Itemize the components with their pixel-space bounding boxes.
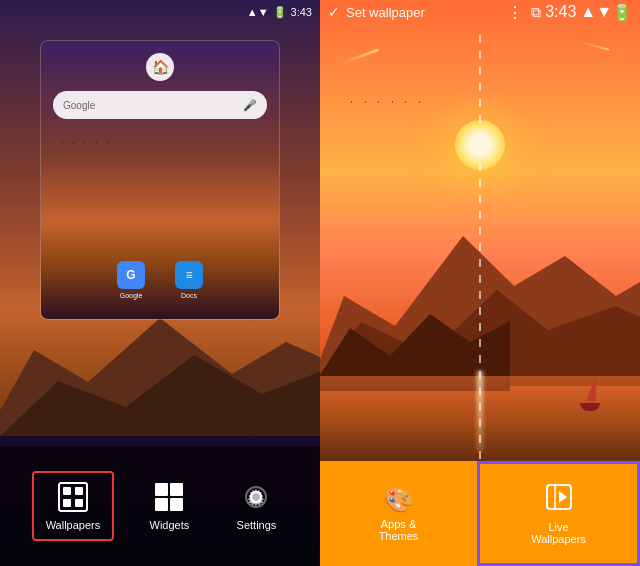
preview-app-docs: ≡ Docs bbox=[175, 261, 203, 299]
live-wallpapers-label: LiveWallpapers bbox=[531, 521, 586, 545]
svg-rect-4 bbox=[75, 499, 83, 507]
checkmark-icon: ✓ bbox=[328, 4, 340, 20]
dashed-divider-line bbox=[479, 35, 481, 461]
preview-app-icons: G Google ≡ Docs bbox=[41, 261, 279, 299]
sail bbox=[586, 376, 596, 401]
birds-decoration-preview: ʻ ʻ ʻ ʻ ʻ bbox=[61, 141, 112, 150]
apps-themes-icon: 🎨 bbox=[384, 486, 414, 514]
svg-rect-1 bbox=[63, 487, 71, 495]
bottom-bar-right: 🎨 Apps &Themes LiveWallpapers bbox=[320, 461, 640, 566]
more-options-icon[interactable]: ⋮ bbox=[507, 3, 523, 22]
live-wallpapers-icon bbox=[545, 483, 573, 517]
status-icons-left: ▲▼ 🔋 3:43 bbox=[247, 6, 312, 19]
battery-icon-right: 🔋 bbox=[612, 3, 632, 22]
wallpapers-label: Wallpapers bbox=[46, 519, 101, 531]
svg-marker-14 bbox=[559, 491, 567, 503]
svg-rect-6 bbox=[170, 483, 183, 496]
apps-themes-item[interactable]: 🎨 Apps &Themes bbox=[320, 461, 477, 566]
time-right: 3:43 bbox=[545, 3, 576, 21]
wallpapers-icon bbox=[57, 481, 89, 513]
apps-themes-label: Apps &Themes bbox=[379, 518, 419, 542]
svg-rect-7 bbox=[155, 498, 168, 511]
search-bar-text: Google bbox=[63, 100, 95, 111]
set-wallpaper-text[interactable]: Set wallpaper bbox=[346, 5, 507, 20]
dock-item-settings[interactable]: Settings bbox=[225, 473, 289, 539]
status-bar-right: ✓ Set wallpaper ⋮ ⧉ 3:43 ▲▼ 🔋 bbox=[320, 0, 640, 24]
dual-screen-icon[interactable]: ⧉ bbox=[531, 4, 541, 21]
settings-label: Settings bbox=[237, 519, 277, 531]
home-screen-preview: 🏠 Google 🎤 ʻ ʻ ʻ ʻ ʻ G Google ≡ Docs bbox=[40, 40, 280, 320]
search-bar-preview: Google 🎤 bbox=[53, 91, 267, 119]
battery-icon: 🔋 bbox=[273, 6, 287, 19]
widgets-label: Widgets bbox=[150, 519, 190, 531]
svg-rect-3 bbox=[63, 499, 71, 507]
svg-rect-0 bbox=[59, 483, 87, 511]
svg-rect-2 bbox=[75, 487, 83, 495]
signal-icon-right: ▲▼ bbox=[580, 3, 612, 21]
left-panel: ▲▼ 🔋 3:43 🏠 Google 🎤 ʻ ʻ ʻ ʻ ʻ G Google … bbox=[0, 0, 320, 566]
boat-hull bbox=[580, 403, 600, 411]
dock-item-wallpapers[interactable]: Wallpapers bbox=[32, 471, 115, 541]
home-icon: 🏠 bbox=[146, 53, 174, 81]
svg-rect-5 bbox=[155, 483, 168, 496]
right-panel: ʻ ʻ ʻ ʻ ʻ ʻ ✓ Set wallpaper ⋮ ⧉ 3:43 ▲▼ … bbox=[320, 0, 640, 566]
signal-icon: ▲▼ bbox=[247, 6, 269, 18]
widgets-icon bbox=[153, 481, 185, 513]
time-left: 3:43 bbox=[291, 6, 312, 18]
google-app-icon: G bbox=[117, 261, 145, 289]
status-bar-left: ▲▼ 🔋 3:43 bbox=[0, 0, 320, 24]
dock-item-widgets[interactable]: Widgets bbox=[138, 473, 202, 539]
live-wallpapers-item[interactable]: LiveWallpapers bbox=[477, 461, 640, 566]
birds-right: ʻ ʻ ʻ ʻ ʻ ʻ bbox=[350, 100, 425, 110]
docs-app-icon: ≡ bbox=[175, 261, 203, 289]
preview-app-google: G Google bbox=[117, 261, 145, 299]
google-app-label: Google bbox=[120, 292, 143, 299]
svg-rect-8 bbox=[170, 498, 183, 511]
settings-icon bbox=[240, 481, 272, 513]
docs-app-label: Docs bbox=[181, 292, 197, 299]
mic-icon: 🎤 bbox=[243, 99, 257, 112]
sailboat bbox=[580, 376, 600, 411]
dock-left: Wallpapers Widgets bbox=[0, 446, 320, 566]
